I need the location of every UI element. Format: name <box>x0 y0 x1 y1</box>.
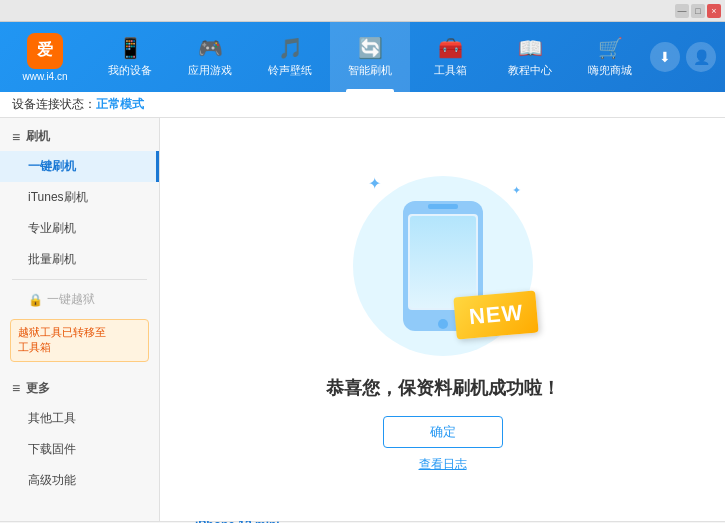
nav-item-3[interactable]: 🔄 智能刷机 <box>330 22 410 92</box>
titlebar: — □ × <box>0 0 725 22</box>
header: 爱 www.i4.cn 📱 我的设备 🎮 应用游戏 🎵 铃声壁纸 🔄 智能刷机 … <box>0 22 725 92</box>
close-button[interactable]: × <box>707 4 721 18</box>
sidebar-item-yijian[interactable]: 一键刷机 <box>0 151 159 182</box>
sidebar-item-download[interactable]: 下载固件 <box>0 434 159 465</box>
nav-item-2[interactable]: 🎵 铃声壁纸 <box>250 22 330 92</box>
nav-label-1: 应用游戏 <box>188 63 232 78</box>
new-banner: NEW <box>453 290 539 339</box>
confirm-button[interactable]: 确定 <box>383 416 503 448</box>
nav-label-2: 铃声壁纸 <box>268 63 312 78</box>
sidebar-notice: 越狱工具已转移至工具箱 <box>10 319 149 362</box>
success-text: 恭喜您，保资料刷机成功啦！ <box>326 376 560 400</box>
logo-tagline: www.i4.cn <box>22 71 67 82</box>
sidebar-section-title-flash: ≡ 刷机 <box>0 122 159 151</box>
svg-point-3 <box>438 319 448 329</box>
nav-item-5[interactable]: 📖 教程中心 <box>490 22 570 92</box>
svg-rect-4 <box>410 216 476 308</box>
user-button[interactable]: 👤 <box>686 42 716 72</box>
sidebar-item-zhuanye[interactable]: 专业刷机 <box>0 213 159 244</box>
maximize-button[interactable]: □ <box>691 4 705 18</box>
sidebar-item-itunes[interactable]: iTunes刷机 <box>0 182 159 213</box>
sparkle-icon-2: ✦ <box>512 184 521 197</box>
logo[interactable]: 爱 www.i4.cn <box>0 33 90 82</box>
sparkle-icon: ✦ <box>368 174 381 193</box>
nav-item-0[interactable]: 📱 我的设备 <box>90 22 170 92</box>
svg-rect-2 <box>428 204 458 209</box>
sidebar-item-advanced[interactable]: 高级功能 <box>0 465 159 496</box>
nav-label-0: 我的设备 <box>108 63 152 78</box>
nav-items: 📱 我的设备 🎮 应用游戏 🎵 铃声壁纸 🔄 智能刷机 🧰 工具箱 📖 教程中心… <box>90 22 650 92</box>
nav-icon-6: 🛒 <box>598 36 623 60</box>
sidebar-section-flash: ≡ 刷机 一键刷机 iTunes刷机 专业刷机 批量刷机 🔒 一键越狱 越狱工具… <box>0 118 159 370</box>
status-bar: 设备连接状态： 正常模式 <box>0 92 725 118</box>
logo-icon: 爱 <box>27 33 63 69</box>
nav-icon-0: 📱 <box>118 36 143 60</box>
nav-icon-5: 📖 <box>518 36 543 60</box>
content-area: ✦ ✦ NEW 恭喜您，保资料刷机成功啦！ 确定 查看日志 <box>160 118 725 521</box>
status-value: 正常模式 <box>96 96 144 113</box>
nav-label-5: 教程中心 <box>508 63 552 78</box>
sidebar-section-title-more: ≡ 更多 <box>0 374 159 403</box>
nav-right: ⬇ 👤 <box>650 42 725 72</box>
nav-icon-1: 🎮 <box>198 36 223 60</box>
sidebar-item-piliang[interactable]: 批量刷机 <box>0 244 159 275</box>
sidebar-item-yueyu-disabled: 🔒 一键越狱 <box>0 284 159 315</box>
nav-label-4: 工具箱 <box>434 63 467 78</box>
daily-link[interactable]: 查看日志 <box>419 456 467 473</box>
more-section-icon: ≡ <box>12 380 20 396</box>
lock-icon: 🔒 <box>28 293 43 307</box>
status-prefix: 设备连接状态： <box>12 96 96 113</box>
download-button[interactable]: ⬇ <box>650 42 680 72</box>
sidebar: ≡ 刷机 一键刷机 iTunes刷机 专业刷机 批量刷机 🔒 一键越狱 越狱工具… <box>0 118 160 521</box>
success-illustration: ✦ ✦ NEW <box>343 166 543 366</box>
nav-label-3: 智能刷机 <box>348 63 392 78</box>
nav-item-1[interactable]: 🎮 应用游戏 <box>170 22 250 92</box>
nav-item-4[interactable]: 🧰 工具箱 <box>410 22 490 92</box>
sidebar-item-other[interactable]: 其他工具 <box>0 403 159 434</box>
nav-label-6: 嗨兜商城 <box>588 63 632 78</box>
minimize-button[interactable]: — <box>675 4 689 18</box>
sidebar-divider-1 <box>12 279 147 280</box>
nav-icon-3: 🔄 <box>358 36 383 60</box>
sidebar-section-more: ≡ 更多 其他工具 下载固件 高级功能 <box>0 370 159 500</box>
nav-item-6[interactable]: 🛒 嗨兜商城 <box>570 22 650 92</box>
nav-icon-4: 🧰 <box>438 36 463 60</box>
flash-section-icon: ≡ <box>12 129 20 145</box>
main: ≡ 刷机 一键刷机 iTunes刷机 专业刷机 批量刷机 🔒 一键越狱 越狱工具… <box>0 118 725 521</box>
nav-icon-2: 🎵 <box>278 36 303 60</box>
